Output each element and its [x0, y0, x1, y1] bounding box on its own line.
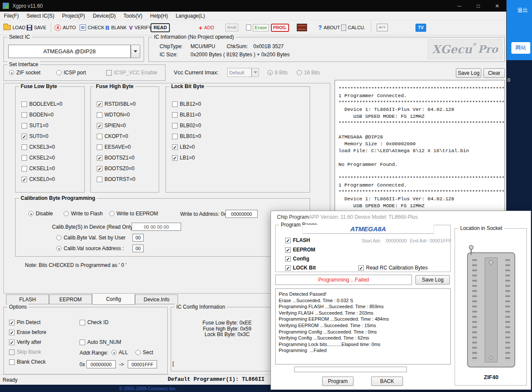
verify-button[interactable]: VVERIFY: [129, 23, 151, 32]
menu-help[interactable]: Help(H): [146, 13, 172, 19]
menu-tools[interactable]: Tools(V): [120, 13, 146, 19]
checkbox-boden[interactable]: BODEN=0: [22, 112, 53, 118]
icsp-vcc-checkbox[interactable]: ICSP_VCC Enable: [106, 70, 157, 76]
checkbox-read-rc[interactable]: ✓Read RC Calibration Bytes: [358, 265, 427, 271]
checkbox-bootsz0[interactable]: ✓BOOTSZ0=0: [97, 165, 135, 172]
icsp-port-radio[interactable]: ICSP port: [56, 70, 86, 76]
zif-socket-radio[interactable]: ●ZIF socket: [9, 70, 40, 76]
ram-button[interactable]: RAM: [225, 23, 238, 32]
calcu-button[interactable]: CALCU.: [341, 23, 365, 32]
menu-project[interactable]: Project(P): [58, 13, 89, 19]
program-button[interactable]: Program: [322, 377, 354, 386]
radio-dot: [135, 350, 141, 355]
dialog-log-panel[interactable]: Pins Detected Passed! Erase ...Succeeded…: [275, 288, 451, 364]
menu-file[interactable]: File(F): [0, 13, 23, 19]
check-button[interactable]: IDCHECK: [80, 23, 105, 32]
calib-write-eeprom-radio[interactable]: Write to EEPROM: [109, 211, 158, 217]
checkbox-label: Skip Blank: [17, 349, 41, 355]
16bits-radio[interactable]: 16 Bits: [297, 70, 320, 76]
checkbox-ckopt[interactable]: CKOPT=0: [97, 133, 128, 139]
checkbox-bodlevel[interactable]: BODLEVEL=0: [22, 101, 62, 107]
erase-button[interactable]: Erase: [246, 23, 269, 32]
calib-source-addr-field[interactable]: 00: [132, 245, 144, 252]
calib-disable-radio[interactable]: ●Disable: [28, 211, 53, 217]
checkbox-cksel2[interactable]: CKSEL2=0: [22, 155, 55, 161]
checkbox-blank-check[interactable]: Blank Check: [9, 359, 46, 365]
checkbox-blb02[interactable]: BLB02=0: [172, 122, 201, 129]
checkbox-verify-after[interactable]: ✓Verify after: [9, 339, 41, 345]
ic-combo-value[interactable]: ATMEGA8A @DIP28: [8, 45, 131, 58]
logic-test-button[interactable]: A=Y: [377, 23, 388, 32]
prog-button[interactable]: PROG.: [271, 23, 289, 32]
checkbox-bootrst[interactable]: BOOTRST=0: [97, 176, 135, 182]
save-log-button[interactable]: Save Log: [456, 68, 481, 78]
blank-button[interactable]: BBLANK: [105, 23, 126, 32]
menu-select-ic[interactable]: Select IC(S): [23, 13, 58, 19]
addr-sect-radio[interactable]: Sect: [135, 349, 153, 355]
checkbox-sut0[interactable]: ✓SUT0=0: [22, 133, 48, 139]
addr-to-field[interactable]: 00001FFF: [128, 360, 157, 368]
calib-user-val-radio[interactable]: Calib.Byte Val. Set by User: [56, 235, 126, 241]
checkbox-cksel3[interactable]: CKSEL3=0: [22, 144, 55, 150]
checkbox-bootsz1[interactable]: ✓BOOTSZ1=0: [97, 155, 135, 161]
checkbox-eesave[interactable]: EESAVE=0: [97, 144, 131, 150]
checkbox-rstdisbl[interactable]: ✓RSTDISBL=0: [97, 101, 135, 107]
tv-button[interactable]: TV: [415, 23, 426, 32]
checkbox-config[interactable]: ✓Config: [285, 256, 309, 262]
calib-user-val-field[interactable]: 00: [132, 234, 144, 242]
tab-flash[interactable]: FLASH: [6, 294, 49, 304]
close-button[interactable]: ✕: [488, 0, 507, 12]
checkbox-blb01[interactable]: BLB01=0: [172, 133, 201, 139]
checkbox-wdton[interactable]: WDTON=0: [97, 112, 130, 118]
checkbox-lock-bit[interactable]: ✓LOCK Bit: [285, 265, 316, 271]
checkbox-sut1[interactable]: SUT1=0: [22, 122, 48, 129]
checkbox-flash[interactable]: ✓FLASH: [285, 237, 310, 243]
menu-device[interactable]: Device(D): [89, 13, 120, 19]
checkbox-lb1[interactable]: ✓LB1=0: [172, 155, 195, 161]
toolbar-separator: [371, 22, 371, 33]
menu-language[interactable]: Language(L): [172, 13, 209, 19]
addr-from-field[interactable]: 00000000: [86, 360, 116, 368]
about-button[interactable]: ?ABOUT: [318, 23, 340, 32]
vcc-dropdown[interactable]: Default: [227, 68, 252, 77]
add-button[interactable]: +ADD: [199, 23, 214, 32]
zif-socket-graphic: [467, 252, 515, 368]
calib-source-addr-radio[interactable]: ●Calib.Val source Address :: [56, 245, 124, 251]
socket-notch-top: [488, 260, 494, 265]
checkbox-blb12[interactable]: BLB12=0: [172, 101, 201, 107]
minimize-button[interactable]: ─: [450, 0, 469, 12]
8bits-radio[interactable]: ●8 Bits: [268, 70, 288, 76]
exit-link[interactable]: 退出: [517, 7, 528, 14]
checkbox-blb11[interactable]: BLB11=0: [172, 112, 201, 118]
checkbox-lb2[interactable]: ✓LB2=0: [172, 144, 195, 150]
clear-button[interactable]: Clear: [483, 68, 505, 78]
maximize-button[interactable]: □: [469, 0, 488, 12]
write-address-field[interactable]: 00000000: [225, 210, 258, 218]
tab-config[interactable]: Config: [92, 294, 135, 305]
load-button[interactable]: LOAD: [3, 23, 25, 32]
tab-device-info[interactable]: Device.Info: [135, 294, 178, 304]
site-tab[interactable]: 网站: [511, 42, 530, 54]
auto-button[interactable]: AAUTO: [55, 23, 76, 32]
tab-eeprom[interactable]: EEPROM: [49, 294, 92, 304]
calib-write-flash-radio[interactable]: Write to Flash: [64, 211, 103, 217]
checkbox-label: CKSEL2=0: [29, 155, 55, 161]
checkbox-eeprom[interactable]: ✓EEPROM: [285, 247, 315, 253]
addr-all-radio[interactable]: ●ALL: [111, 349, 128, 355]
checkbox-spien[interactable]: ✓SPIEN=0: [97, 122, 126, 129]
checkbox-check-id[interactable]: Check ID: [80, 319, 108, 325]
ram-icon: RAM: [225, 24, 238, 31]
vcc-dropdown-arrow[interactable]: [252, 68, 259, 77]
checkbox-skip-blank[interactable]: Skip Blank: [9, 349, 41, 355]
checkbox-cksel1[interactable]: CKSEL1=0: [22, 165, 55, 172]
ic-combo-dropdown[interactable]: [131, 45, 140, 58]
dialog-save-log-button[interactable]: Save Log: [415, 275, 450, 285]
checkbox-auto-sn[interactable]: Auto SN_NUM: [80, 339, 121, 345]
back-button[interactable]: BACK: [371, 377, 403, 386]
read-button[interactable]: READ: [151, 23, 170, 32]
checkbox-pin-detect[interactable]: ✓Pin Detect: [9, 319, 40, 325]
checkbox-cksel0[interactable]: ✓CKSEL0=0: [22, 176, 55, 182]
checkbox-erase-before[interactable]: ✓Erase before: [9, 329, 46, 335]
save-button[interactable]: SAVE: [27, 23, 46, 32]
chip-test-button[interactable]: [297, 23, 307, 32]
